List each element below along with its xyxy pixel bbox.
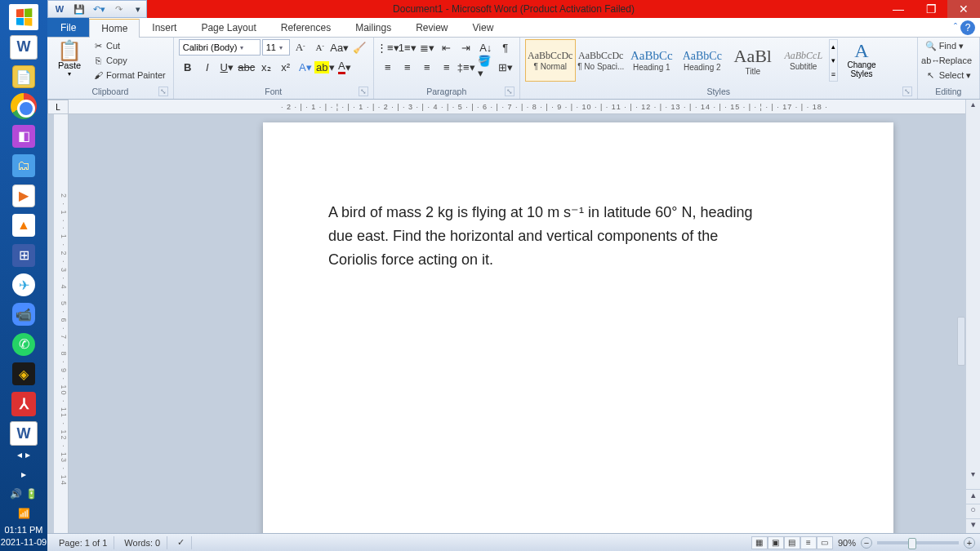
select-button[interactable]: ↖Select ▾ (923, 69, 974, 82)
view-outline[interactable]: ≡ (800, 536, 817, 549)
help-icon[interactable]: ? (960, 20, 975, 35)
underline-button[interactable]: U▾ (218, 59, 236, 75)
paragraph-dialog-launcher[interactable]: ⤡ (505, 87, 514, 96)
tray-row-2[interactable]: ▸ (21, 469, 26, 480)
font-color-button[interactable]: A▾ (336, 59, 354, 75)
vertical-ruler[interactable]: 2 · 1 · · 1 · 2 · 3 · 4 · 5 · 6 · 7 · 8 … (54, 114, 69, 533)
subscript-button[interactable]: x₂ (257, 59, 275, 75)
superscript-button[interactable]: x² (277, 59, 295, 75)
line-spacing-button[interactable]: ‡≡▾ (457, 59, 475, 75)
taskbar-explorer-icon[interactable]: 📄 (4, 63, 43, 91)
increase-indent-button[interactable]: ⇥ (457, 39, 475, 56)
qat-undo-icon[interactable]: ↶▾ (91, 2, 107, 16)
tab-mailings[interactable]: Mailings (343, 18, 403, 37)
shading-button[interactable]: 🪣▾ (477, 59, 495, 75)
style-heading-2[interactable]: AaBbCcHeading 2 (677, 39, 728, 82)
taskbar-word-2-icon[interactable]: W (4, 420, 43, 447)
start-button[interactable] (4, 3, 43, 31)
strikethrough-button[interactable]: abc (238, 59, 256, 75)
minimize-button[interactable]: — (882, 0, 915, 18)
taskbar-telegram-icon[interactable]: ✈ (4, 271, 43, 299)
tray-volume-icon[interactable]: 🔊 🔋 (10, 488, 37, 500)
status-proofing-icon[interactable]: ✓ (171, 536, 192, 549)
bullets-button[interactable]: ⋮≡▾ (379, 39, 397, 56)
close-button[interactable]: ✕ (947, 0, 980, 18)
format-painter-button[interactable]: 🖌Format Painter (90, 69, 168, 82)
status-page[interactable]: Page: 1 of 1 (52, 536, 114, 549)
multilevel-button[interactable]: ≣▾ (418, 39, 436, 56)
shrink-font-button[interactable]: Aˇ (311, 39, 329, 56)
font-dialog-launcher[interactable]: ⤡ (359, 87, 368, 96)
align-center-button[interactable]: ≡ (399, 59, 416, 75)
vertical-scrollbar[interactable]: ▴ ▾ ▴ ○ ▾ (965, 100, 980, 533)
italic-button[interactable]: I (198, 59, 216, 75)
taskbar-app-icon-1[interactable]: ◧ (4, 122, 43, 150)
tab-page-layout[interactable]: Page Layout (189, 18, 268, 37)
sort-button[interactable]: A↓ (477, 39, 495, 56)
status-words[interactable]: Words: 0 (118, 536, 167, 549)
taskbar-media-icon[interactable]: ▶ (4, 182, 43, 210)
clear-formatting-button[interactable]: 🧹 (350, 39, 368, 56)
tab-file[interactable]: File (47, 18, 89, 37)
taskbar-vlc-icon[interactable]: ▲ (4, 211, 43, 239)
tray-network-icon[interactable]: 📶 (18, 508, 30, 519)
styles-dialog-launcher[interactable]: ⤡ (902, 87, 912, 96)
style-no-spacing[interactable]: AaBbCcDc¶ No Spaci... (576, 39, 626, 82)
document-body-text[interactable]: A bird of mass 2 kg is flying at 10 m s⁻… (328, 201, 753, 271)
system-tray[interactable]: ◂ ▸ ▸ 🔊 🔋 📶 (10, 449, 37, 519)
browse-object-icon[interactable]: ○ (966, 504, 980, 518)
zoom-in-button[interactable]: + (964, 537, 975, 549)
align-right-button[interactable]: ≡ (418, 59, 436, 75)
cut-button[interactable]: ✂Cut (90, 39, 168, 52)
style-title[interactable]: AaBlTitle (728, 39, 778, 82)
replace-button[interactable]: ab↔Replace (923, 54, 974, 67)
horizontal-ruler[interactable]: · 2 · | · 1 · | · ¦ · | · 1 · | · 2 · | … (69, 100, 965, 114)
change-styles-button[interactable]: AChange Styles (841, 39, 882, 78)
next-page-icon[interactable]: ▾ (966, 518, 980, 533)
taskbar-binance-icon[interactable]: ◈ (4, 360, 43, 388)
style-normal[interactable]: AaBbCcDc¶ Normal (525, 39, 576, 82)
tray-row-1[interactable]: ◂ ▸ (17, 449, 29, 460)
view-print-layout[interactable]: ▦ (751, 536, 768, 549)
justify-button[interactable]: ≡ (438, 59, 456, 75)
numbering-button[interactable]: 1≡▾ (399, 39, 416, 56)
grow-font-button[interactable]: Aˆ (292, 39, 310, 56)
align-left-button[interactable]: ≡ (379, 59, 397, 75)
taskbar-word-icon[interactable]: W (4, 33, 43, 60)
scroll-up-icon[interactable]: ▴ (966, 100, 980, 114)
tab-view[interactable]: View (461, 18, 506, 37)
taskbar-zoom-icon[interactable]: 📹 (4, 300, 43, 328)
tab-home[interactable]: Home (89, 19, 140, 38)
ribbon-minimize-icon[interactable]: ˆ (954, 22, 957, 33)
taskbar-chrome-icon[interactable] (4, 92, 43, 120)
qat-word-icon[interactable]: W (51, 2, 68, 16)
show-marks-button[interactable]: ¶ (497, 39, 514, 56)
copy-button[interactable]: ⎘Copy (90, 54, 168, 67)
tab-selector[interactable]: L (47, 100, 69, 114)
paste-button[interactable]: 📋Paste▾ (52, 39, 87, 78)
bold-button[interactable]: B (179, 59, 197, 75)
style-heading-1[interactable]: AaBbCcHeading 1 (626, 39, 677, 82)
highlight-button[interactable]: ab▾ (316, 59, 334, 75)
view-draft[interactable]: ▭ (817, 536, 833, 549)
font-family-combo[interactable]: Calibri (Body)▾ (179, 39, 261, 56)
tab-insert[interactable]: Insert (140, 18, 189, 37)
zoom-slider[interactable] (877, 541, 959, 544)
styles-expand[interactable]: ▴▾≡ (829, 39, 838, 82)
clipboard-dialog-launcher[interactable]: ⤡ (158, 87, 168, 96)
taskbar-clock[interactable]: 01:11 PM 2021-11-09 (1, 524, 47, 548)
taskbar-folder-icon[interactable]: 🗂 (4, 152, 43, 180)
style-subtitle[interactable]: AaBbCcLSubtitle (778, 39, 829, 82)
scroll-down-icon[interactable]: ▾ (966, 469, 980, 484)
taskbar-acrobat-icon[interactable]: ⅄ (4, 389, 43, 417)
change-case-button[interactable]: Aa▾ (331, 39, 349, 56)
taskbar-whatsapp-icon[interactable]: ✆ (4, 331, 43, 358)
tab-references[interactable]: References (269, 18, 343, 37)
tab-review[interactable]: Review (403, 18, 460, 37)
find-button[interactable]: 🔍Find ▾ (923, 39, 966, 52)
document-page[interactable]: A bird of mass 2 kg is flying at 10 m s⁻… (263, 122, 893, 533)
qat-save-icon[interactable]: 💾 (71, 2, 87, 16)
zoom-out-button[interactable]: − (861, 537, 872, 549)
qat-redo-icon[interactable]: ↷ (110, 2, 127, 16)
taskbar-app-icon-2[interactable]: ⊞ (4, 241, 43, 269)
